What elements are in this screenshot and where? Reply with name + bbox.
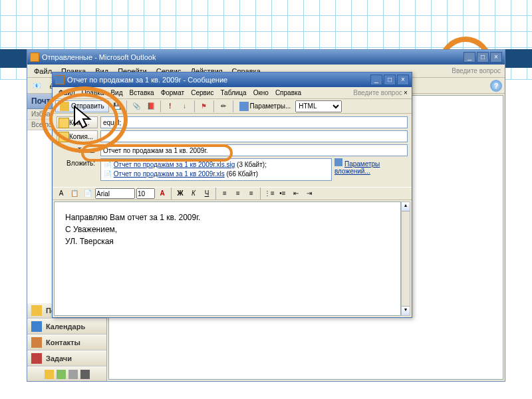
- compose-title: Отчет по продажам за 1 кв. 2009г - Сообщ…: [67, 76, 227, 84]
- align-left-button[interactable]: ≡: [219, 188, 231, 199]
- bullet-list-button[interactable]: •≡: [277, 188, 289, 199]
- attachment-item[interactable]: 📄 Отчет по продажам за 1 кв 2009г.xls.si…: [104, 160, 267, 170]
- separator: [126, 100, 127, 112]
- font-color-button[interactable]: A: [156, 188, 168, 199]
- separator: [215, 188, 216, 200]
- to-field[interactable]: [100, 116, 408, 128]
- note-icon[interactable]: [45, 370, 54, 379]
- scroll-up-button[interactable]: ▴: [402, 202, 410, 211]
- more-icon[interactable]: [80, 370, 90, 379]
- nav-shortcuts: [27, 366, 106, 381]
- menu-table[interactable]: Таблица: [217, 88, 249, 97]
- menu-edit[interactable]: Правка: [78, 88, 108, 97]
- attachment-options-icon: [334, 158, 342, 166]
- attachments-box[interactable]: 📄 Отчет по продажам за 1 кв 2009г.xls.si…: [100, 158, 332, 181]
- attachment-item[interactable]: 📄 Отчет по продажам за 1 кв 2009г.xls (6…: [104, 170, 258, 179]
- address-book-button[interactable]: 📕: [144, 100, 158, 113]
- send-label: Отправить: [71, 102, 104, 110]
- maximize-button[interactable]: □: [384, 74, 396, 85]
- ask-question[interactable]: Введите вопрос: [452, 67, 502, 74]
- options-button[interactable]: Параметры...: [236, 100, 295, 112]
- signature-button[interactable]: ✏: [217, 100, 230, 113]
- message-icon: [55, 75, 65, 84]
- numbered-list-button[interactable]: ⋮≡: [263, 188, 275, 199]
- options-label: Параметры...: [250, 102, 291, 110]
- align-right-button[interactable]: ≡: [245, 188, 257, 199]
- body-line: УЛ. Тверская: [65, 235, 390, 247]
- outdent-button[interactable]: ⇤: [290, 188, 302, 199]
- subject-label: Тема:: [57, 147, 98, 154]
- message-body[interactable]: Направляю Вам отчет за 1 кв. 2009г. С Ув…: [54, 201, 401, 316]
- header-fields: Кому... Копия... Тема: Вложить: 📄 Отчет …: [53, 114, 412, 187]
- nav-calendar-label: Календарь: [46, 323, 85, 331]
- nav-calendar[interactable]: Календарь: [27, 319, 106, 334]
- separator: [160, 100, 161, 112]
- shortcut-icon[interactable]: [68, 370, 78, 379]
- nav-tasks[interactable]: Задачи: [27, 350, 106, 366]
- folder-icon[interactable]: [57, 370, 66, 379]
- scroll-down-button[interactable]: ▾: [402, 306, 410, 315]
- nav-contacts[interactable]: Контакты: [27, 334, 106, 350]
- tasks-icon: [31, 353, 42, 364]
- menu-view[interactable]: Вид: [107, 88, 126, 97]
- attachment-options-link[interactable]: Параметры вложений...: [334, 158, 408, 175]
- to-button[interactable]: Кому...: [57, 116, 98, 128]
- attach-label: Вложить:: [57, 158, 98, 167]
- menu-insert[interactable]: Вставка: [126, 88, 157, 97]
- italic-button[interactable]: К: [188, 188, 200, 199]
- body-line: С Уважением,: [65, 223, 390, 235]
- calendar-icon: [31, 321, 42, 332]
- attach-file-button[interactable]: 📎: [130, 100, 143, 113]
- font-name-select[interactable]: [95, 188, 135, 199]
- menu-format[interactable]: Формат: [158, 88, 188, 97]
- menu-close-icon[interactable]: ×: [402, 89, 409, 96]
- importance-high-icon[interactable]: !: [164, 100, 177, 113]
- maximize-button[interactable]: □: [477, 52, 489, 63]
- minimize-button[interactable]: _: [370, 74, 382, 85]
- save-button[interactable]: 💾: [110, 100, 124, 113]
- cc-field[interactable]: [100, 130, 408, 142]
- body-line: Направляю Вам отчет за 1 кв. 2009г.: [65, 211, 390, 223]
- window-controls: _ □ ×: [464, 52, 502, 63]
- paste-button[interactable]: 📄: [82, 188, 94, 199]
- options-icon: [239, 102, 249, 111]
- menu-file[interactable]: Файл: [55, 88, 78, 97]
- bold-button[interactable]: Ж: [174, 188, 186, 199]
- style-button[interactable]: A: [55, 188, 67, 199]
- font-size-select[interactable]: [136, 188, 155, 199]
- indent-button[interactable]: ⇥: [303, 188, 315, 199]
- compose-window-controls: _ □ ×: [370, 74, 409, 85]
- scrollbar-vertical[interactable]: ▴ ▾: [401, 201, 410, 316]
- menu-window[interactable]: Окно: [250, 88, 272, 97]
- menu-help[interactable]: Справка: [272, 88, 305, 97]
- menu-tools[interactable]: Сервис: [188, 88, 217, 97]
- contacts-icon: [31, 337, 42, 348]
- subject-field[interactable]: [100, 144, 408, 156]
- separator: [233, 100, 233, 112]
- compose-menubar: Файл Правка Вид Вставка Формат Сервис Та…: [53, 87, 412, 99]
- format-select[interactable]: HTML: [295, 100, 342, 112]
- underline-button[interactable]: Ч: [201, 188, 213, 199]
- minimize-button[interactable]: _: [464, 52, 475, 63]
- cc-button[interactable]: Копия...: [57, 130, 98, 142]
- separator: [213, 100, 214, 112]
- close-button[interactable]: ×: [397, 74, 409, 85]
- send-icon: [60, 102, 69, 111]
- ask-question[interactable]: Введите вопрос: [353, 89, 402, 96]
- send-button[interactable]: Отправить: [55, 100, 109, 112]
- importance-low-icon[interactable]: ↓: [178, 100, 192, 113]
- copy-button[interactable]: 📋: [68, 188, 80, 199]
- close-button[interactable]: ×: [490, 52, 502, 63]
- compose-window: Отчет по продажам за 1 кв. 2009г - Сообщ…: [52, 72, 412, 318]
- nav-contacts-label: Контакты: [46, 338, 80, 346]
- outlook-icon: [30, 53, 39, 62]
- separator: [171, 188, 172, 200]
- new-button[interactable]: 📧: [30, 79, 43, 92]
- outlook-titlebar: Отправленные - Microsoft Outlook _ □ ×: [27, 50, 505, 65]
- outlook-title: Отправленные - Microsoft Outlook: [42, 53, 156, 61]
- compose-toolbar: Отправить 💾 📎 📕 ! ↓ ⚑ ✏ Параметры... HTM…: [53, 99, 412, 114]
- align-center-button[interactable]: ≡: [232, 188, 244, 199]
- help-icon[interactable]: ?: [490, 80, 502, 92]
- flag-icon[interactable]: ⚑: [198, 100, 211, 113]
- nav-tasks-label: Задачи: [46, 354, 72, 362]
